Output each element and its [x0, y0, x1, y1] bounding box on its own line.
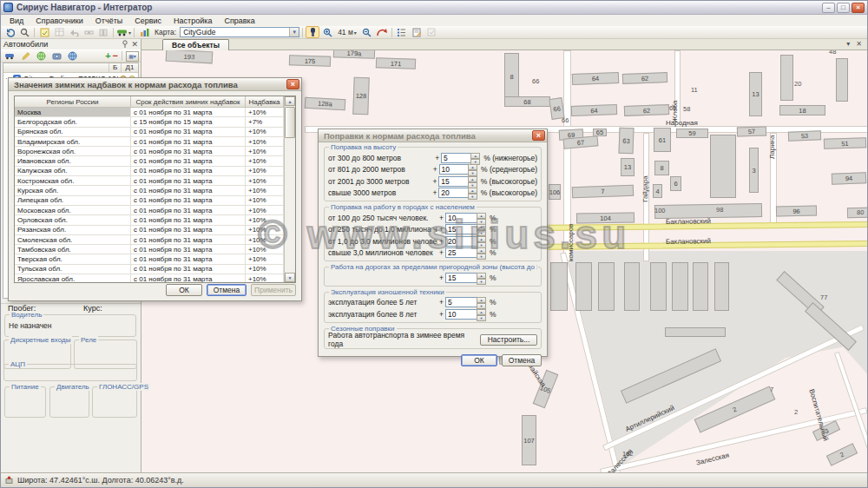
ok-button[interactable]: ОК: [166, 284, 202, 296]
column-d1[interactable]: Д1: [121, 63, 138, 72]
tab-close-icon[interactable]: ✕: [856, 40, 862, 48]
column-b[interactable]: Б: [108, 63, 121, 72]
panel-close-icon[interactable]: ✕: [131, 41, 138, 49]
table-row[interactable]: Тульская обл.с 01 ноября по 31 марта+10%: [15, 265, 284, 274]
globe-blue-icon[interactable]: [65, 50, 79, 63]
configure-button[interactable]: Настроить...: [480, 334, 537, 346]
chevron-down-icon[interactable]: ▼: [289, 28, 299, 36]
vehicle-icon[interactable]: ▾: [116, 26, 131, 38]
spin-up-icon[interactable]: ▲: [477, 297, 486, 303]
spin-down-icon[interactable]: ▼: [477, 315, 486, 321]
remove-vehicle-button[interactable]: −: [113, 51, 118, 61]
column-regions[interactable]: Регионы России: [15, 96, 131, 107]
close-button[interactable]: ×: [852, 3, 865, 13]
camera-icon[interactable]: [49, 50, 63, 63]
add-vehicle-button[interactable]: +: [105, 51, 110, 61]
value-spinner[interactable]: 20▲▼: [438, 188, 477, 198]
value-spinner[interactable]: 10▲▼: [445, 213, 486, 223]
globe-icon[interactable]: [34, 50, 48, 63]
spinner-value[interactable]: 5: [445, 297, 477, 307]
spinner-value[interactable]: 15: [438, 176, 467, 187]
spinner-value[interactable]: 10: [439, 164, 468, 175]
tab-dropdown-icon[interactable]: ▾: [846, 40, 850, 48]
vehicle-blue-icon[interactable]: [3, 50, 16, 63]
spinner-value[interactable]: 20: [445, 236, 477, 247]
column-period[interactable]: Срок действия зимних надбавок: [131, 96, 246, 107]
table-scrollbar[interactable]: ▲ ▼: [284, 96, 295, 282]
spin-down-icon[interactable]: ▼: [477, 254, 486, 260]
zoom-out-icon[interactable]: [360, 26, 374, 38]
goto-icon[interactable]: [375, 26, 389, 38]
table-row[interactable]: Ярославская обл.с 01 ноября по 31 марта+…: [15, 274, 284, 283]
table-row[interactable]: Белгородская обл.с 15 ноября по 15 марта…: [15, 117, 284, 127]
spin-up-icon[interactable]: ▲: [468, 188, 477, 194]
apply-button[interactable]: Применить: [251, 284, 296, 296]
spin-up-icon[interactable]: ▲: [468, 164, 477, 170]
table-row[interactable]: Брянская обл.с 01 ноября по 31 марта+10%: [15, 128, 284, 137]
spin-up-icon[interactable]: ▲: [477, 236, 486, 242]
menu-item[interactable]: Сервис: [128, 16, 168, 25]
menu-item[interactable]: Настройка: [168, 16, 218, 25]
value-spinner[interactable]: 10▲▼: [445, 309, 486, 320]
table-row[interactable]: Ивановская обл.с 01 ноября по 31 марта+1…: [15, 156, 284, 166]
corrections-dialog-titlebar[interactable]: Поправки к нормам расхода топлива ×: [319, 129, 547, 142]
spin-up-icon[interactable]: ▲: [477, 273, 486, 279]
spinner-value[interactable]: 20: [438, 188, 467, 198]
value-spinner[interactable]: 15▲▼: [445, 224, 486, 234]
value-spinner[interactable]: 5▲▼: [445, 297, 486, 307]
menu-item[interactable]: Вид: [3, 16, 30, 25]
table-row[interactable]: Тамбовская обл.с 01 ноября по 31 марта+1…: [15, 245, 284, 254]
spin-up-icon[interactable]: ▲: [477, 247, 486, 254]
tab-all-objects[interactable]: Все объекты: [162, 39, 229, 50]
table-row[interactable]: Калужская обл.с 01 ноября по 31 марта+10…: [15, 167, 284, 176]
refresh-icon[interactable]: [3, 26, 16, 38]
spin-up-icon[interactable]: ▲: [477, 224, 486, 230]
value-spinner[interactable]: 10▲▼: [439, 164, 477, 175]
cancel-button[interactable]: Отмена: [207, 284, 247, 296]
value-spinner[interactable]: 5▲▼: [441, 153, 480, 163]
spin-down-icon[interactable]: ▼: [477, 279, 486, 285]
column-surcharge[interactable]: Надбавка: [246, 96, 284, 107]
spinner-value[interactable]: 10: [445, 309, 477, 320]
table-row[interactable]: Москвас 01 ноября по 31 марта+10%: [15, 108, 284, 117]
table-row[interactable]: Костромская обл.с 01 ноября по 31 марта+…: [15, 176, 284, 186]
scroll-down-icon[interactable]: ▼: [285, 273, 295, 282]
value-spinner[interactable]: 20▲▼: [445, 236, 486, 247]
zoom-in-icon[interactable]: [320, 26, 334, 38]
table-row[interactable]: Воронежская обл.с 01 ноября по 31 марта+…: [15, 147, 284, 156]
menu-item[interactable]: Справка: [218, 16, 260, 25]
minimize-button[interactable]: –: [822, 3, 835, 13]
view-mode-dropdown[interactable]: ▦▾: [126, 51, 139, 62]
close-icon[interactable]: ×: [286, 79, 299, 89]
table-row[interactable]: Курская обл.с 01 ноября по 31 марта+10%: [15, 186, 284, 195]
spin-up-icon[interactable]: ▲: [477, 309, 486, 315]
search-icon[interactable]: [17, 26, 31, 38]
value-spinner[interactable]: 25▲▼: [445, 247, 486, 258]
ok-button[interactable]: ОК: [461, 354, 497, 366]
menu-item[interactable]: Отчёты: [89, 16, 128, 25]
report-edit-icon[interactable]: [410, 26, 424, 38]
table-row[interactable]: Владимирская обл.с 01 ноября по 31 марта…: [15, 137, 284, 147]
cancel-button[interactable]: Отмена: [502, 354, 542, 366]
table-row[interactable]: Московская обл.с 01 ноября по 31 марта+1…: [15, 206, 284, 215]
edit-table-icon[interactable]: [37, 26, 51, 38]
value-spinner[interactable]: 15▲▼: [445, 273, 486, 283]
chart-icon[interactable]: [137, 26, 151, 38]
spin-up-icon[interactable]: ▲: [477, 213, 486, 219]
table-row[interactable]: Рязанская обл.с 01 ноября по 31 марта+10…: [15, 226, 284, 235]
spinner-value[interactable]: 10: [445, 213, 477, 223]
spinner-value[interactable]: 5: [441, 153, 470, 163]
map-select[interactable]: CityGuide▼: [180, 27, 299, 37]
scroll-up-icon[interactable]: ▲: [285, 96, 295, 106]
value-spinner[interactable]: 15▲▼: [438, 176, 477, 187]
scroll-thumb[interactable]: [285, 107, 295, 138]
pencil-icon[interactable]: [18, 50, 32, 63]
winter-dialog-titlebar[interactable]: Значения зимних надбавок к нормам расход…: [9, 78, 301, 91]
spinner-value[interactable]: 15: [445, 273, 477, 283]
track-mode-icon[interactable]: [306, 26, 319, 38]
table-row[interactable]: Смоленская обл.с 01 ноября по 31 марта+1…: [15, 235, 284, 245]
table-row[interactable]: Липецкая обл.с 01 ноября по 31 марта+10%: [15, 196, 284, 206]
close-icon[interactable]: ×: [532, 130, 545, 141]
scale-select[interactable]: 41 м▾: [335, 28, 359, 36]
spinner-value[interactable]: 25: [445, 247, 477, 258]
